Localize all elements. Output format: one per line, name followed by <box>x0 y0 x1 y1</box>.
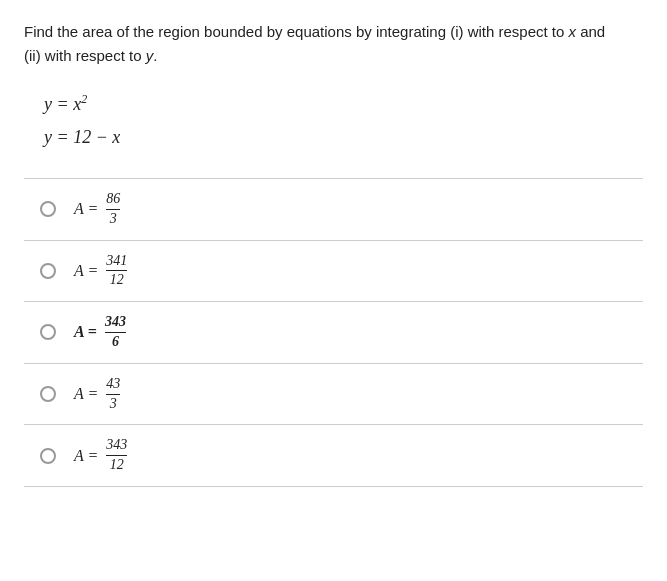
fraction-1: 86 3 <box>106 191 120 228</box>
fraction-3: 343 6 <box>105 314 126 351</box>
option-a-letter-4: A = <box>74 385 98 403</box>
option-label-1: A = 86 3 <box>74 191 120 228</box>
fraction-4: 43 3 <box>106 376 120 413</box>
options-container: A = 86 3 A = 341 12 A = 343 6 <box>24 178 643 487</box>
numerator-4: 43 <box>106 376 120 395</box>
option-row-5[interactable]: A = 343 12 <box>24 425 643 487</box>
option-a-letter-2: A = <box>74 262 98 280</box>
numerator-2: 341 <box>106 253 127 272</box>
option-a-letter-3: A = <box>74 323 97 341</box>
option-row-4[interactable]: A = 43 3 <box>24 364 643 426</box>
radio-button-1[interactable] <box>40 201 56 217</box>
numerator-5: 343 <box>106 437 127 456</box>
option-label-2: A = 341 12 <box>74 253 127 290</box>
equation-1: y = x2 <box>44 92 643 115</box>
denominator-5: 12 <box>110 456 124 474</box>
fraction-2: 341 12 <box>106 253 127 290</box>
option-row-2[interactable]: A = 341 12 <box>24 241 643 303</box>
denominator-3: 6 <box>112 333 119 351</box>
radio-button-5[interactable] <box>40 448 56 464</box>
numerator-1: 86 <box>106 191 120 210</box>
option-label-3: A = 343 6 <box>74 314 126 351</box>
option-a-letter-1: A = <box>74 200 98 218</box>
option-label-5: A = 343 12 <box>74 437 127 474</box>
option-label-4: A = 43 3 <box>74 376 120 413</box>
fraction-5: 343 12 <box>106 437 127 474</box>
radio-button-4[interactable] <box>40 386 56 402</box>
equation-block: y = x2 y = 12 − x <box>44 92 643 148</box>
equation-2: y = 12 − x <box>44 127 643 148</box>
numerator-3: 343 <box>105 314 126 333</box>
denominator-4: 3 <box>110 395 117 413</box>
radio-button-3[interactable] <box>40 324 56 340</box>
option-row-1[interactable]: A = 86 3 <box>24 179 643 241</box>
denominator-1: 3 <box>110 210 117 228</box>
question-text: Find the area of the region bounded by e… <box>24 20 643 68</box>
option-row-3[interactable]: A = 343 6 <box>24 302 643 364</box>
radio-button-2[interactable] <box>40 263 56 279</box>
denominator-2: 12 <box>110 271 124 289</box>
option-a-letter-5: A = <box>74 447 98 465</box>
